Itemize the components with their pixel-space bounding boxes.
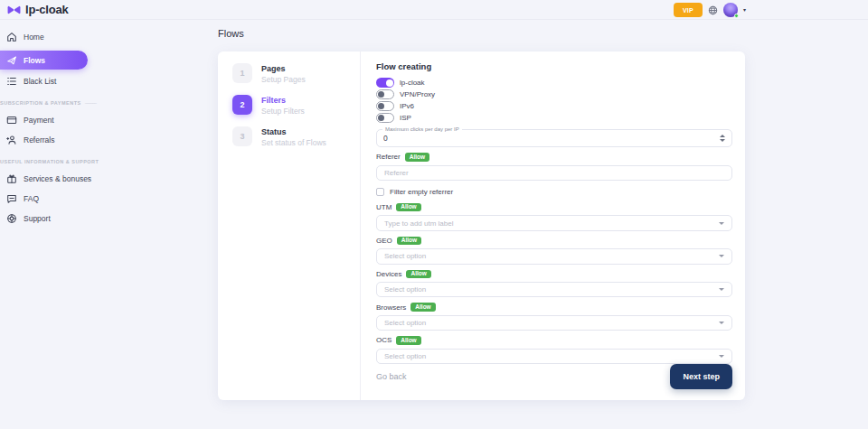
flow-creating-card: 1 Pages Setup Pages 2 Filters Setup Filt…	[218, 51, 745, 400]
step-subtitle: Setup Pages	[261, 75, 306, 84]
chevron-down-icon	[719, 355, 724, 358]
sidebar-item-label: Home	[24, 33, 44, 42]
sidebar-item-faq[interactable]: FAQ	[6, 192, 181, 205]
chevron-down-icon	[719, 322, 724, 324]
devices-allow-badge[interactable]: Allow	[406, 270, 430, 279]
header-controls: VIP ▾	[674, 3, 746, 17]
filters-form: Flow creating lp-cloak VPN/Proxy IPv6 IS…	[361, 51, 745, 400]
section-divider: ––––––	[85, 100, 96, 106]
chevron-down-icon	[719, 255, 724, 257]
sidebar-item-black-list[interactable]: Black List	[6, 75, 181, 88]
isp-toggle[interactable]	[376, 113, 394, 123]
max-clicks-label: Maximum clicks per day per IP	[382, 126, 462, 132]
step-subtitle: Setup Filters	[261, 107, 305, 116]
step-filters[interactable]: 2 Filters Setup Filters	[232, 95, 360, 116]
sidebar-item-services[interactable]: Services & bonuses	[6, 173, 181, 185]
step-status[interactable]: 3 Status Set status of Flows	[232, 126, 360, 147]
sidebar-item-label: Payment	[24, 116, 54, 125]
language-globe-icon[interactable]	[708, 5, 718, 15]
select-placeholder: Select option	[384, 319, 426, 327]
go-back-button[interactable]: Go back	[376, 372, 407, 381]
toggle-label: lp-cloak	[400, 79, 425, 87]
top-header: lp-cloak VIP ▾	[0, 0, 868, 20]
geo-label: GEO	[376, 237, 392, 245]
filter-empty-referrer-checkbox[interactable]	[376, 188, 384, 196]
step-number: 2	[232, 95, 252, 115]
select-placeholder: Select option	[384, 285, 426, 294]
max-clicks-input[interactable]	[383, 134, 564, 143]
ocs-allow-badge[interactable]: Allow	[396, 336, 420, 345]
step-title: Filters	[261, 96, 305, 105]
chevron-down-icon	[719, 222, 724, 225]
next-step-button[interactable]: Next step	[670, 364, 732, 389]
online-status-dot	[734, 14, 739, 18]
utm-allow-badge[interactable]: Allow	[396, 203, 420, 212]
form-title: Flow creating	[376, 61, 732, 71]
chevron-down-icon	[719, 288, 724, 291]
toggle-row-lp-cloak[interactable]: lp-cloak	[376, 78, 732, 88]
vip-button[interactable]: VIP	[674, 3, 703, 17]
referer-label: Referer	[376, 153, 401, 161]
step-number: 3	[232, 126, 252, 146]
vpn-proxy-toggle[interactable]	[376, 89, 394, 99]
toggle-label: VPN/Proxy	[400, 90, 435, 98]
step-title: Pages	[261, 64, 306, 73]
form-footer: Go back Next step	[376, 364, 732, 389]
chat-bubble-icon	[6, 193, 17, 204]
spinner-up-icon[interactable]	[720, 135, 725, 137]
toggle-row-vpn-proxy[interactable]: VPN/Proxy	[376, 89, 732, 99]
browsers-select[interactable]: Select option	[376, 315, 732, 331]
devices-select[interactable]: Select option	[376, 282, 732, 297]
sidebar-section-subscription: SUBSCRIPTION & PAYMENTS––––––	[0, 100, 181, 106]
toggle-label: ISP	[400, 114, 411, 122]
sidebar-item-label: FAQ	[24, 194, 39, 203]
credit-card-icon	[6, 115, 17, 126]
lifebuoy-icon	[6, 213, 17, 224]
brand-logo[interactable]: lp-cloak	[7, 3, 69, 16]
sidebar-item-label: Support	[24, 214, 51, 223]
devices-label: Devices	[376, 270, 401, 278]
checkbox-label: Filter empty referrer	[390, 188, 453, 196]
sidebar-item-referrals[interactable]: Referrals	[6, 134, 181, 146]
step-title: Status	[261, 127, 326, 136]
user-avatar[interactable]	[723, 3, 738, 17]
stepper: 1 Pages Setup Pages 2 Filters Setup Filt…	[218, 51, 361, 400]
utm-label: UTM	[376, 203, 392, 211]
user-menu-caret-icon[interactable]: ▾	[743, 7, 746, 13]
number-spinner[interactable]	[720, 135, 725, 142]
referer-allow-badge[interactable]: Allow	[405, 153, 429, 162]
page-title: Flows	[218, 28, 244, 39]
filter-empty-referrer-row[interactable]: Filter empty referrer	[376, 188, 732, 196]
browsers-allow-badge[interactable]: Allow	[410, 303, 435, 312]
sidebar-item-flows[interactable]: Flows	[0, 51, 88, 70]
geo-allow-badge[interactable]: Allow	[397, 237, 421, 246]
referer-input[interactable]	[376, 165, 732, 181]
sidebar-item-support[interactable]: Support	[6, 212, 181, 225]
gift-icon	[6, 173, 17, 184]
brand-name: lp-cloak	[25, 3, 69, 16]
lp-cloak-toggle[interactable]	[376, 78, 394, 88]
browsers-label: Browsers	[376, 303, 406, 312]
toggle-row-ipv6[interactable]: IPv6	[376, 101, 732, 111]
sidebar-item-label: Referrals	[24, 135, 54, 145]
toggle-row-isp[interactable]: ISP	[376, 113, 732, 123]
step-pages[interactable]: 1 Pages Setup Pages	[232, 63, 360, 84]
ipv6-toggle[interactable]	[376, 101, 394, 111]
spinner-down-icon[interactable]	[720, 139, 725, 142]
select-placeholder: Type to add utm label	[384, 219, 454, 228]
geo-select[interactable]: Select option	[376, 248, 732, 264]
select-placeholder: Select option	[384, 252, 426, 260]
lp-cloak-logo-icon	[7, 5, 21, 15]
sidebar-item-home[interactable]: Home	[6, 31, 181, 43]
home-icon	[6, 32, 17, 42]
person-add-icon	[6, 135, 17, 145]
utm-select[interactable]: Type to add utm label	[376, 215, 732, 230]
sidebar: Home Flows Black List SUBSCRIPTION & PAY…	[0, 20, 181, 232]
toggle-label: IPv6	[400, 102, 414, 110]
sidebar-item-label: Services & bonuses	[24, 174, 91, 183]
ocs-select[interactable]: Select option	[376, 349, 732, 364]
sidebar-item-payment[interactable]: Payment	[6, 114, 181, 126]
flows-icon	[6, 55, 17, 66]
select-placeholder: Select option	[384, 352, 426, 360]
max-clicks-field[interactable]: Maximum clicks per day per IP	[376, 129, 732, 147]
